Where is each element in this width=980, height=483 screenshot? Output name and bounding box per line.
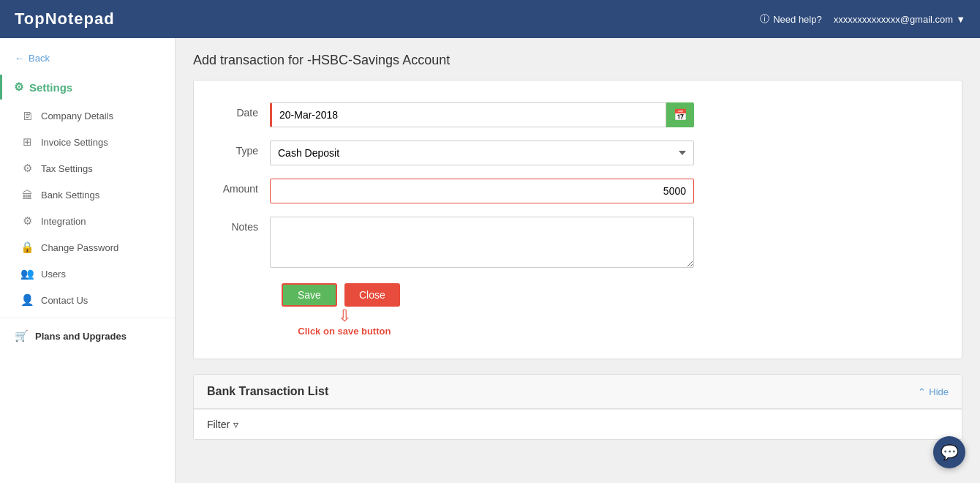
- change-password-icon: 🔒: [20, 241, 34, 254]
- type-label: Type: [211, 141, 270, 157]
- chat-bubble[interactable]: 💬: [933, 436, 965, 468]
- dropdown-icon: ▼: [956, 14, 965, 25]
- date-row: Date 📅: [211, 102, 944, 127]
- down-arrow-icon: ⇩: [338, 307, 351, 326]
- calendar-button[interactable]: 📅: [666, 102, 694, 127]
- button-row: Save Close ⇩ Click on save button: [211, 283, 944, 337]
- section-header: Bank Transaction List ⌃ Hide: [194, 375, 962, 409]
- main-content: Add transaction for -HSBC-Savings Accoun…: [176, 38, 980, 483]
- sidebar-item-contact-us[interactable]: 👤 Contact Us: [0, 287, 175, 313]
- company-details-icon: 🖹: [20, 109, 34, 122]
- sidebar-item-change-password[interactable]: 🔒 Change Password: [0, 234, 175, 261]
- integration-icon: ⚙: [20, 214, 34, 228]
- close-button[interactable]: Close: [344, 283, 400, 307]
- sidebar-item-tax-settings[interactable]: ⚙ Tax Settings: [0, 155, 175, 181]
- click-hint: ⇩ Click on save button: [298, 307, 391, 337]
- hide-button[interactable]: ⌃ Hide: [918, 386, 949, 397]
- amount-row: Amount: [211, 179, 944, 203]
- notes-label: Notes: [211, 217, 270, 233]
- amount-input[interactable]: [270, 179, 694, 203]
- click-hint-text: Click on save button: [298, 326, 391, 337]
- bank-transaction-section: Bank Transaction List ⌃ Hide Filter ▿: [193, 374, 962, 440]
- sidebar-divider: [0, 318, 175, 318]
- sidebar-item-invoice-settings[interactable]: ⊞ Invoice Settings: [0, 129, 175, 155]
- notes-textarea[interactable]: [270, 217, 694, 268]
- sidebar-item-users[interactable]: 👥 Users: [0, 261, 175, 287]
- chat-icon: 💬: [941, 443, 959, 461]
- notes-row: Notes: [211, 217, 944, 270]
- settings-icon: ⚙: [14, 80, 23, 94]
- layout: ← Back ⚙ Settings 🖹 Company Details ⊞ In…: [0, 38, 980, 483]
- save-button[interactable]: Save: [282, 283, 337, 307]
- sidebar-item-bank-settings[interactable]: 🏛 Bank Settings: [0, 181, 175, 208]
- type-select[interactable]: Cash Deposit: [270, 141, 694, 165]
- header: TopNotepad ⓘ Need help? xxxxxxxxxxxxxx@g…: [0, 0, 980, 38]
- date-control: 📅: [270, 102, 694, 127]
- transaction-form-card: Date 📅 Type Cash Deposit: [193, 80, 962, 359]
- user-email[interactable]: xxxxxxxxxxxxxx@gmail.com ▼: [834, 14, 965, 25]
- app-logo: TopNotepad: [15, 10, 115, 29]
- type-control: Cash Deposit: [270, 141, 694, 165]
- settings-header: ⚙ Settings: [0, 75, 175, 100]
- action-buttons: Save Close: [282, 283, 400, 307]
- bank-settings-icon: 🏛: [20, 188, 34, 201]
- tax-settings-icon: ⚙: [20, 162, 34, 175]
- sidebar-item-plans[interactable]: 🛒 Plans and Upgrades: [0, 323, 175, 349]
- date-label: Date: [211, 102, 270, 119]
- date-input[interactable]: [270, 102, 666, 127]
- plans-icon: 🛒: [15, 329, 28, 342]
- need-help[interactable]: ⓘ Need help?: [760, 12, 822, 26]
- header-right: ⓘ Need help? xxxxxxxxxxxxxx@gmail.com ▼: [760, 12, 965, 26]
- chevron-up-icon: ⌃: [918, 386, 926, 397]
- filter-label: Filter ▿: [207, 419, 238, 430]
- amount-label: Amount: [211, 179, 270, 195]
- type-row: Type Cash Deposit: [211, 141, 944, 165]
- section-title: Bank Transaction List: [207, 385, 328, 398]
- users-icon: 👥: [20, 267, 34, 280]
- sidebar: ← Back ⚙ Settings 🖹 Company Details ⊞ In…: [0, 38, 176, 483]
- filter-icon: ▿: [233, 419, 238, 430]
- invoice-settings-icon: ⊞: [20, 135, 34, 149]
- notes-control: [270, 217, 694, 270]
- filter-row: Filter ▿: [194, 409, 962, 439]
- contact-icon: 👤: [20, 293, 34, 307]
- sidebar-item-integration[interactable]: ⚙ Integration: [0, 208, 175, 234]
- sidebar-item-company-details[interactable]: 🖹 Company Details: [0, 102, 175, 129]
- help-icon: ⓘ: [760, 12, 769, 26]
- page-title: Add transaction for -HSBC-Savings Accoun…: [193, 53, 962, 68]
- back-arrow-icon: ←: [15, 53, 24, 64]
- back-button[interactable]: ← Back: [0, 45, 175, 75]
- amount-control: [270, 179, 694, 203]
- date-input-group: 📅: [270, 102, 694, 127]
